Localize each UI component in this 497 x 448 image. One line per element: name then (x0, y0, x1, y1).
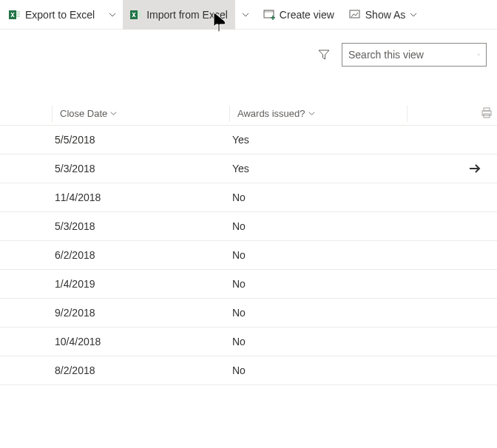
cell-action (407, 241, 497, 269)
command-bar: Export to Excel Import from Excel Create… (0, 0, 497, 30)
arrow-right-icon (468, 162, 481, 175)
column-header-label: Close Date (60, 108, 107, 119)
cell-action (407, 126, 497, 154)
cell-action (407, 270, 497, 298)
svg-rect-3 (16, 15, 20, 16)
table-row[interactable]: 5/3/2018No (0, 212, 497, 241)
svg-rect-7 (138, 15, 141, 16)
chevron-down-icon (410, 11, 417, 18)
create-view-label: Create view (280, 9, 334, 21)
filter-button[interactable] (317, 47, 331, 62)
cell-close-date: 8/2/2018 (52, 364, 229, 376)
table-row[interactable]: 6/2/2018No (0, 241, 497, 270)
right-rail (481, 107, 493, 121)
cell-action (407, 183, 497, 211)
chevron-down-icon (308, 110, 315, 117)
svg-rect-1 (16, 11, 20, 13)
table-row[interactable]: 9/2/2018No (0, 299, 497, 327)
cell-action (407, 155, 497, 183)
excel-icon (9, 9, 21, 21)
search-box[interactable] (342, 43, 487, 67)
cell-close-date: 1/4/2019 (52, 278, 229, 290)
show-as-label: Show As (365, 9, 405, 21)
table-row[interactable]: 5/3/2018Yes (0, 155, 497, 183)
table-row[interactable]: 10/4/2018No (0, 327, 497, 356)
cell-awards-issued: No (229, 249, 407, 261)
svg-point-11 (478, 54, 479, 55)
column-header-row: Close Date Awards issued? (0, 102, 497, 126)
show-as-icon (349, 9, 361, 21)
svg-rect-12 (484, 108, 490, 111)
cell-awards-issued: No (229, 191, 407, 203)
table-row[interactable]: 5/5/2018Yes (0, 126, 497, 155)
import-dropdown-button[interactable] (235, 0, 256, 30)
table-row[interactable]: 8/2/2018No (0, 356, 497, 385)
cell-close-date: 5/5/2018 (52, 134, 229, 146)
import-from-excel-button[interactable]: Import from Excel (123, 0, 235, 30)
column-header-awards-issued[interactable]: Awards issued? (229, 106, 407, 122)
chevron-down-icon (242, 11, 249, 18)
svg-rect-2 (16, 13, 20, 14)
cell-action (407, 356, 497, 384)
svg-rect-6 (138, 13, 141, 14)
import-from-excel-label: Import from Excel (146, 9, 228, 21)
cell-action (407, 327, 497, 356)
print-button[interactable] (481, 107, 493, 121)
cell-awards-issued: No (229, 364, 407, 376)
cell-close-date: 9/2/2018 (52, 307, 229, 319)
cell-close-date: 11/4/2018 (52, 191, 229, 203)
table-row[interactable]: 1/4/2019No (0, 270, 497, 299)
search-icon (478, 49, 480, 61)
table-row[interactable]: 11/4/2018No (0, 183, 497, 212)
row-open-button[interactable] (462, 162, 488, 175)
cell-awards-issued: No (229, 278, 407, 290)
cell-awards-issued: Yes (229, 134, 407, 146)
cell-action (407, 299, 497, 327)
data-grid: Close Date Awards issued? 5/5/2018Yes5/3… (0, 102, 497, 385)
cell-close-date: 10/4/2018 (52, 336, 229, 347)
cell-close-date: 5/3/2018 (52, 220, 229, 232)
search-input[interactable] (348, 49, 478, 61)
excel-icon (130, 9, 142, 21)
column-header-close-date[interactable]: Close Date (52, 106, 229, 122)
print-icon (481, 107, 493, 119)
cell-awards-issued: Yes (229, 163, 407, 174)
export-to-excel-button[interactable]: Export to Excel (1, 0, 102, 30)
chevron-down-icon (109, 11, 116, 18)
chevron-down-icon (110, 110, 117, 117)
cell-awards-issued: No (229, 336, 407, 347)
new-view-icon (263, 9, 275, 21)
search-row (0, 30, 497, 72)
svg-rect-9 (264, 10, 274, 13)
svg-rect-5 (138, 11, 141, 13)
funnel-icon (318, 49, 330, 61)
cell-awards-issued: No (229, 220, 407, 232)
cell-awards-issued: No (229, 307, 407, 319)
create-view-button[interactable]: Create view (256, 0, 342, 30)
column-header-label: Awards issued? (237, 108, 305, 119)
cell-close-date: 5/3/2018 (52, 163, 229, 174)
export-dropdown-button[interactable] (102, 0, 123, 30)
export-to-excel-label: Export to Excel (25, 9, 95, 21)
cell-close-date: 6/2/2018 (52, 249, 229, 261)
show-as-button[interactable]: Show As (342, 0, 425, 30)
cell-action (407, 212, 497, 240)
